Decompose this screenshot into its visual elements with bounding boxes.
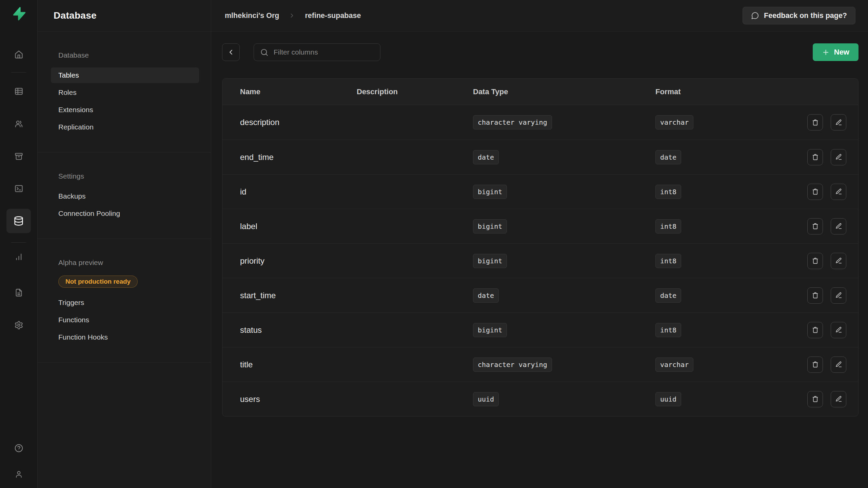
- column-name-value: description: [240, 118, 357, 127]
- format-badge: int8: [655, 219, 681, 233]
- edit-column-button[interactable]: [831, 184, 846, 200]
- data-type-badge: date: [473, 150, 499, 164]
- filter-columns-input[interactable]: [274, 48, 374, 56]
- section-heading: Database: [58, 51, 211, 59]
- delete-column-button[interactable]: [807, 218, 823, 235]
- column-header-format: Format: [655, 87, 807, 96]
- edit-column-button[interactable]: [831, 391, 846, 407]
- column-header-description: Description: [357, 87, 473, 96]
- page-title: Database: [54, 10, 97, 21]
- delete-column-button[interactable]: [807, 322, 823, 338]
- user-icon[interactable]: [11, 466, 27, 482]
- edit-column-button[interactable]: [831, 149, 846, 165]
- supabase-logo-icon[interactable]: [11, 5, 27, 22]
- data-type-badge: bigint: [473, 254, 507, 268]
- speech-bubble-icon: [751, 12, 759, 20]
- data-type-badge: uuid: [473, 392, 499, 406]
- table-row: users uuid uuid: [222, 382, 858, 416]
- edit-column-button[interactable]: [831, 253, 846, 269]
- pencil-icon: [835, 395, 842, 403]
- edit-column-button[interactable]: [831, 218, 846, 235]
- trash-icon: [812, 326, 819, 333]
- back-button[interactable]: [222, 43, 240, 61]
- data-type-badge: character varying: [473, 115, 552, 129]
- sidebar-item-extensions[interactable]: Extensions: [51, 102, 199, 118]
- format-badge: varchar: [655, 358, 693, 372]
- column-name-value: id: [240, 187, 357, 197]
- sidebar-item-backups[interactable]: Backups: [51, 188, 199, 204]
- table-body: description character varying varchar en…: [222, 105, 858, 416]
- sidebar-item-tables[interactable]: Tables: [51, 67, 199, 83]
- delete-column-button[interactable]: [807, 391, 823, 407]
- data-type-badge: bigint: [473, 219, 507, 233]
- edit-column-button[interactable]: [831, 322, 846, 338]
- not-production-ready-badge: Not production ready: [58, 276, 138, 288]
- reports-icon[interactable]: [11, 248, 27, 265]
- toolbar: New: [222, 43, 859, 61]
- section-heading: Alpha preview: [58, 259, 211, 267]
- table-header-row: Name Description Data Type Format: [222, 79, 858, 105]
- edit-column-button[interactable]: [831, 114, 846, 130]
- column-name-value: title: [240, 360, 357, 369]
- breadcrumb: mlhekinci's Org refine-supabase: [225, 12, 361, 20]
- trash-icon: [812, 154, 819, 161]
- new-button-label: New: [834, 48, 849, 57]
- table-editor-icon[interactable]: [11, 83, 27, 99]
- rail-divider: [11, 72, 26, 73]
- sidebar-section-settings: Settings Backups Connection Pooling: [38, 152, 211, 239]
- sidebar-item-functions[interactable]: Functions: [51, 312, 199, 328]
- settings-gear-icon[interactable]: [11, 317, 27, 333]
- feedback-button[interactable]: Feedback on this page?: [743, 7, 855, 24]
- columns-table: Name Description Data Type Format descri…: [222, 78, 859, 416]
- database-icon[interactable]: [6, 209, 31, 233]
- help-icon[interactable]: [11, 440, 27, 456]
- delete-column-button[interactable]: [807, 114, 823, 130]
- pencil-icon: [835, 119, 842, 126]
- edit-column-button[interactable]: [831, 287, 846, 304]
- trash-icon: [812, 292, 819, 299]
- sidebar-item-triggers[interactable]: Triggers: [51, 295, 199, 310]
- breadcrumb-org[interactable]: mlhekinci's Org: [225, 12, 279, 20]
- docs-icon[interactable]: [11, 284, 27, 301]
- column-name-value: label: [240, 222, 357, 231]
- pencil-icon: [835, 188, 842, 195]
- rail-divider: [11, 242, 26, 243]
- new-column-button[interactable]: New: [813, 43, 859, 61]
- delete-column-button[interactable]: [807, 184, 823, 200]
- home-icon[interactable]: [11, 46, 27, 62]
- data-type-badge: bigint: [473, 323, 507, 337]
- table-row: priority bigint int8: [222, 243, 858, 278]
- format-badge: varchar: [655, 115, 693, 129]
- trash-icon: [812, 119, 819, 126]
- content-area: New Name Description Data Type Format de…: [211, 32, 868, 488]
- delete-column-button[interactable]: [807, 287, 823, 304]
- edit-column-button[interactable]: [831, 357, 846, 373]
- format-badge: date: [655, 150, 681, 164]
- pencil-icon: [835, 326, 842, 333]
- pencil-icon: [835, 154, 842, 161]
- sql-editor-icon[interactable]: [11, 180, 27, 197]
- table-row: description character varying varchar: [222, 105, 858, 140]
- section-heading: Settings: [58, 172, 211, 180]
- format-badge: int8: [655, 323, 681, 337]
- sidebar-section-database: Database Tables Roles Extensions Replica…: [38, 32, 211, 152]
- sidebar-item-connection-pooling[interactable]: Connection Pooling: [51, 206, 199, 221]
- sidebar-item-roles[interactable]: Roles: [51, 85, 199, 100]
- storage-icon[interactable]: [11, 148, 27, 164]
- trash-icon: [812, 223, 819, 230]
- breadcrumb-project[interactable]: refine-supabase: [305, 12, 361, 20]
- table-row: title character varying varchar: [222, 347, 858, 382]
- sidebar-item-function-hooks[interactable]: Function Hooks: [51, 329, 199, 345]
- delete-column-button[interactable]: [807, 357, 823, 373]
- sidebar-item-replication[interactable]: Replication: [51, 119, 199, 135]
- table-row: id bigint int8: [222, 174, 858, 209]
- sidebar: Database Database Tables Roles Extension…: [38, 0, 211, 488]
- auth-users-icon[interactable]: [11, 116, 27, 132]
- delete-column-button[interactable]: [807, 253, 823, 269]
- pencil-icon: [835, 257, 842, 264]
- delete-column-button[interactable]: [807, 149, 823, 165]
- trash-icon: [812, 257, 819, 264]
- main-panel: mlhekinci's Org refine-supabase Feedback…: [211, 0, 868, 488]
- format-badge: uuid: [655, 392, 681, 406]
- sidebar-section-alpha-preview: Alpha preview Not production ready Trigg…: [38, 239, 211, 363]
